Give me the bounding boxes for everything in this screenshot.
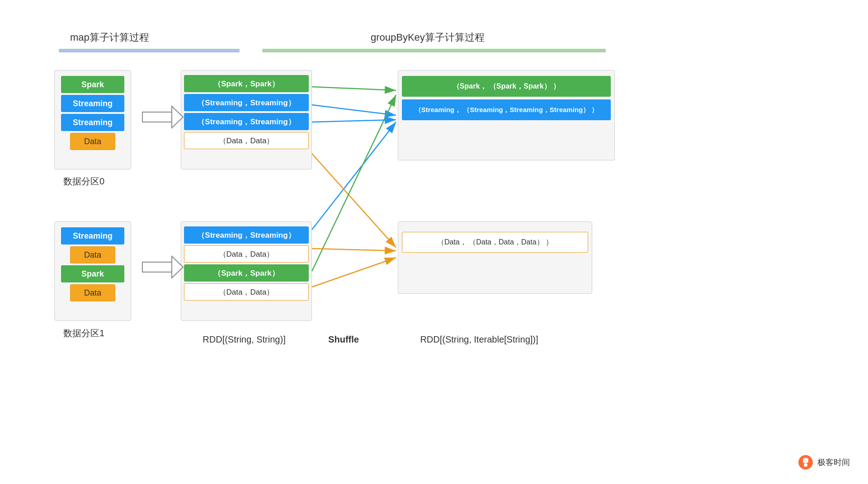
groupbykey-title-bar — [262, 49, 606, 52]
partition0-item-spark: Spark — [61, 76, 124, 93]
rdd0-item-spark: （Spark，Spark） — [184, 75, 309, 92]
rdd1-item-data2: （Data，Data） — [184, 283, 309, 301]
svg-line-10 — [312, 122, 396, 230]
partition0-item-streaming1: Streaming — [61, 95, 124, 112]
result1-box: （Data， （Data，Data，Data） ） — [398, 221, 592, 294]
result0-item-streaming: （Streaming， （Streaming，Streaming，Streami… — [402, 99, 611, 120]
svg-line-8 — [312, 87, 396, 90]
rdd-string-label: RDD[(String, String)] — [179, 334, 310, 345]
rdd0-item-streaming2: （Streaming，Streaming） — [184, 113, 309, 130]
logo: 极客时间 — [797, 454, 850, 470]
partition1-item-data1: Data — [70, 246, 115, 263]
partition1-item-data2: Data — [70, 284, 115, 301]
partition1-box: Streaming Data Spark Data — [54, 221, 131, 321]
groupbykey-title: groupByKey算子计算过程 — [371, 31, 485, 44]
svg-line-14 — [312, 258, 396, 287]
svg-marker-4 — [142, 112, 172, 122]
partition1-label: 数据分区1 — [63, 327, 104, 339]
partition0-item-streaming2: Streaming — [61, 114, 124, 131]
rdd1-box: （Streaming，Streaming） （Data，Data） （Spark… — [181, 221, 312, 321]
svg-marker-6 — [142, 262, 172, 272]
rdd1-item-data1: （Data，Data） — [184, 245, 309, 263]
rdd-iterable-label: RDD[(String, Iterable[String])] — [380, 334, 579, 345]
logo-icon — [797, 454, 814, 470]
map-title: map算子计算过程 — [70, 31, 149, 44]
partition1-item-spark: Spark — [61, 265, 124, 282]
map-title-bar — [59, 49, 240, 52]
rdd1-item-spark: （Spark，Spark） — [184, 264, 309, 282]
main-container: map算子计算过程 groupByKey算子计算过程 Spark Streami… — [0, 0, 868, 484]
svg-line-9 — [312, 105, 396, 115]
partition1-item-streaming: Streaming — [61, 227, 124, 244]
result1-item-data: （Data， （Data，Data，Data） ） — [402, 232, 588, 253]
svg-line-11 — [312, 154, 396, 248]
rdd0-box: （Spark，Spark） （Streaming，Streaming） （Str… — [181, 70, 312, 169]
logo-text: 极客时间 — [817, 457, 850, 468]
result0-box: （Spark， （Spark，Spark） ） （Streaming， （Str… — [398, 70, 615, 160]
shuffle-label: Shuffle — [307, 334, 380, 345]
svg-line-13 — [312, 249, 396, 251]
partition0-box: Spark Streaming Streaming Data — [54, 70, 131, 169]
svg-line-15 — [312, 120, 396, 122]
svg-point-17 — [804, 463, 807, 467]
partition0-item-data: Data — [70, 133, 115, 150]
partition0-label: 数据分区0 — [63, 175, 104, 188]
rdd0-item-data: （Data，Data） — [184, 132, 309, 149]
rdd0-item-streaming1: （Streaming，Streaming） — [184, 94, 309, 111]
svg-line-12 — [312, 95, 396, 271]
rdd1-item-streaming: （Streaming，Streaming） — [184, 226, 309, 244]
result0-item-spark: （Spark， （Spark，Spark） ） — [402, 76, 611, 97]
